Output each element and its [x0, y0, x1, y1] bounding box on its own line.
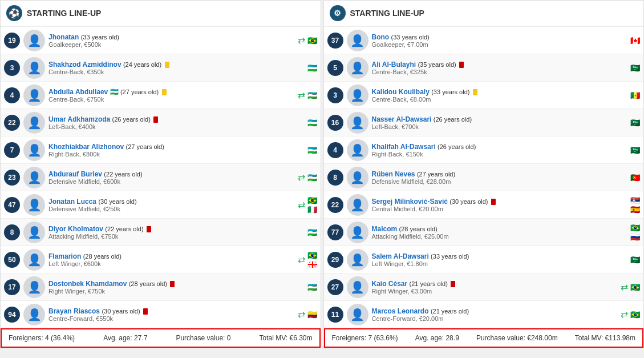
player-name[interactable]: Bono (33 years old)	[372, 33, 626, 41]
player-position: Right-Back, €150k	[372, 151, 626, 158]
red-card-icon	[451, 281, 455, 287]
left-footer: Foreigners: 4 (36.4%) Avg. age: 27.7 Pur…	[1, 328, 321, 348]
player-name[interactable]: Malcom (28 years old)	[372, 225, 626, 233]
player-name[interactable]: Abdurauf Buriev (22 years old)	[48, 170, 295, 178]
player-name-link[interactable]: Ali Al-Bulayhi	[372, 61, 416, 69]
player-age: (30 years old)	[102, 308, 140, 315]
player-name-link[interactable]: Flamarion	[48, 252, 81, 260]
player-flags: 🇧🇷	[630, 283, 640, 291]
player-name-link[interactable]: Bono	[372, 33, 390, 41]
flag-icon: 🇧🇷	[307, 196, 317, 204]
player-name[interactable]: Shakhzod Azmiddinov (24 years old)	[48, 61, 303, 69]
left-avg-age: Avg. age: 27.7	[103, 334, 147, 342]
player-name-link[interactable]: Kalidou Koulibaly	[372, 88, 430, 96]
player-name-link[interactable]: Abdurauf Buriev	[48, 170, 102, 178]
player-name-link[interactable]: Rúben Neves	[372, 170, 415, 178]
player-name[interactable]: Brayan Riascos (30 years old)	[48, 307, 295, 315]
player-number: 4	[327, 142, 343, 158]
player-name-link[interactable]: Dostonbek Khamdamov	[48, 280, 127, 288]
player-row: 77 👤 Malcom (28 years old) Attacking Mid…	[324, 219, 644, 246]
right-panel-header: ⚙ STARTING LINE-UP	[324, 1, 644, 27]
player-name-link[interactable]: Diyor Kholmatov	[48, 225, 103, 233]
player-number: 8	[4, 224, 20, 240]
player-info: Nasser Al-Dawsari (26 years old) Left-Ba…	[372, 115, 626, 130]
player-row: 50 👤 Flamarion (28 years old) Left Winge…	[1, 246, 321, 273]
player-photo: 👤	[347, 139, 368, 161]
flag-icon: 🇨🇴	[307, 311, 317, 319]
player-name[interactable]: Jonatan Lucca (30 years old)	[48, 198, 295, 206]
left-purchase: Purchase value: 0	[176, 334, 230, 342]
player-info: Salem Al-Dawsari (33 years old) Left Win…	[372, 252, 626, 267]
player-age: (30 years old)	[449, 198, 488, 205]
substitution-icon: ⇄	[298, 35, 305, 46]
player-info: Flamarion (28 years old) Left Winger, €6…	[48, 252, 295, 267]
right-panel-title: STARTING LINE-UP	[350, 9, 424, 18]
player-name[interactable]: Khozhiakbar Alizhonov (27 years old)	[48, 143, 303, 151]
player-name[interactable]: Abdulla Abdullaev 🇺🇿 (27 years old)	[48, 88, 295, 96]
player-position: Defensive Midfield, €28.00m	[372, 178, 626, 185]
player-number: 5	[327, 60, 343, 76]
player-age: (21 years old)	[410, 280, 448, 287]
player-name[interactable]: Kalidou Koulibaly (33 years old)	[372, 88, 626, 96]
player-age: (27 years old)	[120, 89, 159, 95]
player-photo: 👤	[347, 57, 368, 79]
player-name-link[interactable]: Khozhiakbar Alizhonov	[48, 143, 124, 151]
player-photo: 👤	[347, 304, 368, 325]
player-info: Jonatan Lucca (30 years old) Defensive M…	[48, 198, 295, 212]
player-name-link[interactable]: Shakhzod Azmiddinov	[48, 61, 121, 69]
player-action-icons: ⇄	[298, 172, 305, 183]
player-action-icons: ⇄	[621, 281, 628, 292]
player-name-link[interactable]: Jonatan Lucca	[48, 198, 96, 206]
left-panel-title: STARTING LINE-UP	[27, 9, 101, 18]
player-name[interactable]: Marcos Leonardo (21 years old)	[372, 307, 619, 315]
player-name-link[interactable]: Khalifah Al-Dawsari	[372, 143, 436, 151]
player-name[interactable]: Ali Al-Bulayhi (35 years old)	[372, 61, 626, 69]
player-name[interactable]: Kaio César (21 years old)	[372, 280, 619, 288]
flag-icon: 🇺🇿	[307, 146, 317, 154]
player-name[interactable]: Sergej Milinković-Savić (30 years old)	[372, 198, 626, 206]
left-panel-header: ⚽ STARTING LINE-UP	[1, 1, 321, 27]
player-name[interactable]: Umar Adkhamzoda (26 years old)	[48, 115, 303, 123]
player-name[interactable]: Nasser Al-Dawsari (26 years old)	[372, 115, 626, 123]
player-name-link[interactable]: Kaio César	[372, 280, 408, 288]
flag-icon: 🇧🇷	[630, 224, 640, 232]
flag-icon: 🇸🇦	[630, 256, 640, 264]
player-number: 22	[4, 115, 20, 131]
player-name[interactable]: Jhonatan (33 years old)	[48, 33, 295, 41]
player-position: Central Midfield, €20.00m	[372, 206, 626, 212]
player-name-link[interactable]: Sergej Milinković-Savić	[372, 198, 448, 206]
player-photo: 👤	[347, 249, 368, 271]
player-name-link[interactable]: Brayan Riascos	[48, 307, 100, 315]
player-flags: 🇺🇿	[307, 228, 317, 236]
player-name[interactable]: Diyor Kholmatov (22 years old)	[48, 225, 303, 233]
player-action-icons: ⇄	[298, 35, 305, 46]
player-position: Right-Back, €800k	[48, 151, 303, 158]
player-name-link[interactable]: Marcos Leonardo	[372, 307, 429, 315]
player-number: 4	[4, 87, 20, 103]
player-flags: 🇸🇦	[630, 256, 640, 264]
player-row: 4 👤 Khalifah Al-Dawsari (26 years old) R…	[324, 136, 644, 164]
player-name[interactable]: Salem Al-Dawsari (33 years old)	[372, 252, 626, 260]
yellow-card-icon	[473, 89, 477, 95]
player-name-link[interactable]: Salem Al-Dawsari	[372, 252, 429, 260]
red-card-icon	[170, 281, 175, 287]
player-name-link[interactable]: Malcom	[372, 225, 398, 233]
player-name[interactable]: Khalifah Al-Dawsari (26 years old)	[372, 143, 626, 151]
player-position: Defensive Midfield, €600k	[48, 178, 295, 185]
player-name-link[interactable]: Abdulla Abdullaev	[48, 88, 108, 96]
yellow-card-icon	[162, 89, 167, 95]
player-name[interactable]: Rúben Neves (27 years old)	[372, 170, 626, 178]
right-avg-age: Avg. age: 28.9	[415, 334, 459, 342]
player-row: 23 👤 Abdurauf Buriev (22 years old) Defe…	[1, 164, 321, 191]
player-name-link[interactable]: Jhonatan	[48, 33, 79, 41]
player-age: (24 years old)	[123, 61, 161, 68]
player-info: Shakhzod Azmiddinov (24 years old) Centr…	[48, 61, 303, 75]
player-name[interactable]: Flamarion (28 years old)	[48, 252, 295, 260]
flag-icon: 🇪🇸	[630, 206, 640, 214]
player-name-link[interactable]: Nasser Al-Dawsari	[372, 115, 432, 123]
player-name-link[interactable]: Umar Adkhamzoda	[48, 115, 110, 123]
player-name[interactable]: Dostonbek Khamdamov (28 years old)	[48, 280, 303, 288]
player-number: 8	[327, 170, 343, 186]
player-position: Centre-Back, €750k	[48, 96, 295, 103]
player-age: (26 years old)	[434, 116, 472, 123]
